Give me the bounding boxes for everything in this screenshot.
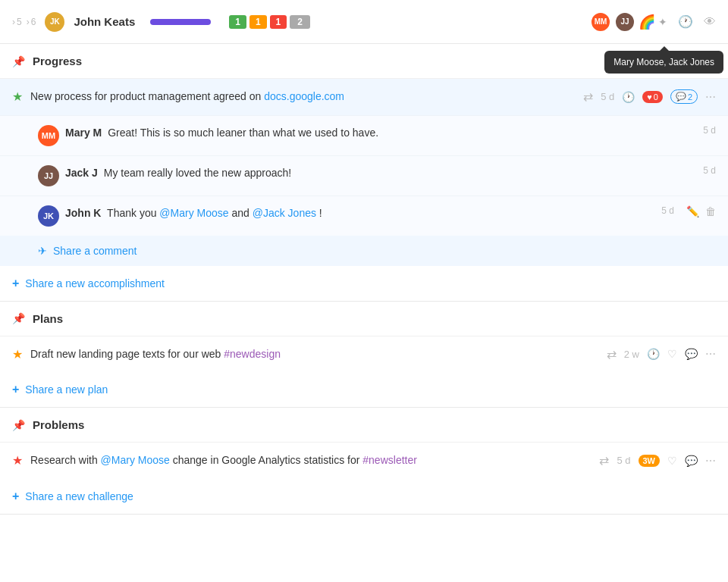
comment-time-john: 5 d [649,205,674,216]
badge-red: 1 [270,15,287,29]
share-comment-row[interactable]: ✈ Share a comment [0,236,728,266]
plan-time: 2 w [624,349,639,360]
comment-body-john-after: ! [316,207,322,219]
comment-body-mary: Great! This is so much leaner than what … [108,127,378,139]
badge-gray: 2 [290,15,310,29]
plans-section: 📌 Plans ★ Draft new landing page texts f… [0,302,728,408]
acc-actions: ⇄ 5 d 🕐 ♥0 💬2 ⋯ [583,89,716,104]
problem-text-mid: change in Google Analytics statistics fo… [170,454,362,466]
plans-header: 📌 Plans [0,302,728,336]
comment-body-john-before: Thank you [107,207,159,219]
add-accomplishment-icon: + [12,277,19,290]
plan-like-icon[interactable]: ♡ [667,348,677,360]
comment-avatar-mary: MM [38,125,59,146]
comment-row-jack: JJ Jack J My team really loved the new a… [0,155,728,196]
plan-text-1: Draft new landing page texts for our web… [30,347,599,362]
eye-icon: 👁 [704,15,716,29]
problems-header: 📌 Problems [0,408,728,442]
comment-text-jack: Jack J My team really loved the new appr… [65,165,685,181]
comment-badge[interactable]: 💬2 [670,89,698,104]
comment-time-jack: 5 d [691,165,716,176]
problems-title: Problems [33,418,84,431]
share-icon-btn[interactable]: ⇄ [583,89,593,104]
problem-text-before: Research with [30,454,101,466]
nav-arrow-2[interactable]: ›6 [27,17,36,27]
add-accomplishment-row[interactable]: + Share a new accomplishment [0,266,728,301]
plan-share-icon[interactable]: ⇄ [607,347,617,361]
sparkle-icon: ✦ [658,16,667,28]
like-badge[interactable]: ♥0 [642,91,663,103]
problem-more-icon[interactable]: ⋯ [705,455,716,467]
pin-icon-problems: 📌 [12,419,25,431]
add-plan-icon: + [12,383,19,396]
problem-share-icon[interactable]: ⇄ [599,453,609,468]
problem-hashtag[interactable]: #newsletter [362,454,417,466]
top-bar: ›5 ›6 JK John Keats 1 1 1 2 MM JJ 🌈 ✦ Ma… [0,0,728,44]
avatar-group[interactable]: MM JJ 🌈 ✦ [590,11,667,33]
add-challenge-label: Share a new challenge [25,490,133,502]
problem-mention-mary[interactable]: @Mary Moose [101,454,170,466]
star-icon-red: ★ [12,453,23,468]
three-w-badge: 3W [639,455,661,467]
accomplishment-text-1: New process for product management agree… [30,89,576,105]
nav-arrow-1[interactable]: ›5 [12,17,22,27]
add-accomplishment-label: Share a new accomplishment [25,277,165,289]
share-comment-label: Share a comment [53,245,137,257]
plan-comment-icon[interactable]: 💬 [685,348,698,360]
acc-time: 5 d [601,91,614,102]
problem-time: 5 d [617,455,630,466]
plan-actions: ⇄ 2 w 🕐 ♡ 💬 ⋯ [607,347,716,361]
add-plan-row[interactable]: + Share a new plan [0,372,728,407]
plan-hashtag[interactable]: #newdesign [224,348,281,360]
mention-mary-moose[interactable]: @Mary Moose [159,207,228,219]
badge-green: 1 [229,15,246,29]
comment-body-jack: My team really loved the new approach! [104,167,291,179]
avatar-jack: JJ [614,11,635,33]
send-icon: ✈ [38,245,47,257]
clock-icon-btn[interactable]: 🕐 [622,91,635,103]
problem-like-icon[interactable]: ♡ [667,455,677,467]
delete-icon[interactable]: 🗑 [705,205,716,217]
comment-avatar-jack: JJ [38,165,59,186]
edit-icon[interactable]: ✏️ [686,205,699,217]
comment-text-john: John K Thank you @Mary Moose and @Jack J… [65,205,643,221]
problems-section: 📌 Problems ★ Research with @Mary Moose c… [0,408,728,515]
progress-header: 📌 Progress [0,44,728,78]
mention-jack-jones[interactable]: @Jack Jones [253,207,316,219]
comment-actions-john: ✏️ 🗑 [686,205,716,217]
comment-time-mary: 5 d [691,125,716,136]
status-badges: 1 1 1 2 [229,15,310,29]
badge-orange: 1 [249,15,267,29]
comments-section: MM Mary M Great! This is so much leaner … [0,115,728,266]
problem-text-1: Research with @Mary Moose change in Goog… [30,453,592,468]
comment-row-john: JK John K Thank you @Mary Moose and @Jac… [0,196,728,236]
accomplishment-row-1: ★ New process for product management agr… [0,78,728,115]
plans-title: Plans [33,312,63,325]
plan-row-1: ★ Draft new landing page texts for our w… [0,336,728,373]
problem-row-1: ★ Research with @Mary Moose change in Go… [0,442,728,479]
top-bar-right: MM JJ 🌈 ✦ Mary Moose, Jack Jones 🕐 👁 [590,11,716,33]
nav-arrows: ›5 ›6 [12,17,36,27]
star-icon-orange: ★ [12,347,23,361]
progress-bar [150,19,211,25]
pin-icon: 📌 [12,55,25,67]
add-challenge-row[interactable]: + Share a new challenge [0,479,728,514]
comment-row-mary: MM Mary M Great! This is so much leaner … [0,115,728,155]
avatar-mary: MM [590,11,611,33]
acc-link[interactable]: docs.google.com [264,90,344,102]
star-icon-green: ★ [12,89,23,104]
acc-text-before: New process for product management agree… [30,90,264,102]
plan-more-icon[interactable]: ⋯ [705,348,716,360]
clock-icon: 🕐 [678,14,693,29]
comment-text-mary: Mary M Great! This is so much leaner tha… [65,125,685,141]
more-icon-btn[interactable]: ⋯ [705,91,716,103]
comment-author-mary: Mary M [65,127,102,139]
comment-author-john: John K [65,207,101,219]
problem-comment-icon[interactable]: 💬 [685,455,698,467]
comment-author-jack: Jack J [65,167,98,179]
pin-icon-plans: 📌 [12,312,25,324]
plan-clock-icon[interactable]: 🕐 [647,348,660,360]
user-avatar: JK [45,12,64,32]
user-name: John Keats [74,15,135,28]
comment-body-john-mid: and [229,207,253,219]
